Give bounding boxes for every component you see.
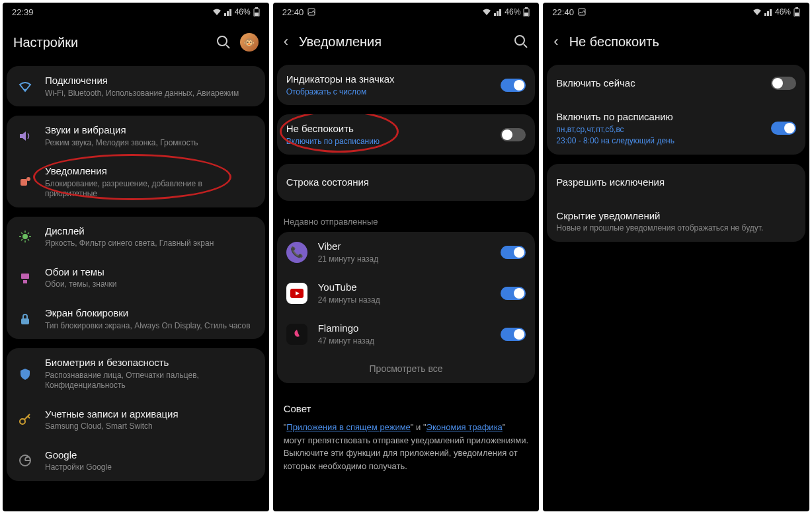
row-notifications[interactable]: УведомленияБлокирование, разрешение, доб… [7,157,265,207]
row-sub: Тип блокировки экрана, Always On Display… [45,321,256,332]
google-icon [18,453,32,468]
row-sub: Блокирование, разрешение, добавление в п… [45,179,256,200]
notif-icon [18,175,32,190]
row-title: Не беспокоить [286,122,491,135]
row-title: Подключения [45,74,256,87]
signal-icon [224,8,232,16]
row-google[interactable]: GoogleНастройки Google [7,441,265,481]
battery-text: 46% [505,7,520,17]
search-icon[interactable] [514,34,528,49]
row-title: Уведомления [45,165,256,178]
row-connections[interactable]: ПодключенияWi-Fi, Bluetooth, Использован… [7,66,265,106]
svg-point-7 [26,177,30,181]
row-exceptions[interactable]: Разрешить исключения [547,164,805,201]
search-icon[interactable] [216,35,231,50]
row-badges[interactable]: Индикаторы на значкахОтображать с числом [277,65,536,105]
wifi-icon [18,79,32,94]
row-sub-time: 23:00 - 8:00 на следующий день [556,136,760,147]
row-sound[interactable]: Звуки и вибрацияРежим звука, Мелодия зво… [7,116,265,156]
tip-link-datasaver[interactable]: Экономия трафика [426,422,503,432]
row-dnd[interactable]: Не беспокоитьВключить по расписанию [277,114,536,155]
row-title: Включить по расписанию [556,110,760,124]
clock: 22:40 [552,7,574,17]
svg-rect-34 [795,13,799,16]
svg-point-20 [20,419,25,424]
battery-icon [793,7,800,17]
row-sub: Режим звука, Мелодия звонка, Громкость [45,138,256,149]
row-display[interactable]: ДисплейЯркость, Фильтр синего света, Гла… [7,217,265,257]
toggle-dnd[interactable] [501,128,526,141]
back-button[interactable]: ‹ [284,33,288,50]
toggle-badges[interactable] [501,79,526,92]
status-bar: 22:40 46% [543,3,809,21]
row-statusbar[interactable]: Строка состояния [277,164,536,201]
group-badges: Индикаторы на значкахОтображать с числом [277,65,536,105]
row-sub: Обои, темы, значки [45,279,256,290]
svg-line-15 [21,239,22,240]
group-enable: Включить сейчас Включить по расписанию п… [547,65,805,155]
svg-rect-17 [21,274,29,279]
status-icons: 46% [212,7,260,17]
row-enable-schedule[interactable]: Включить по расписанию пн,вт,ср,чт,пт,сб… [547,102,805,155]
svg-line-22 [28,416,30,418]
svg-point-5 [24,89,26,91]
page-title: Не беспокоить [569,34,659,50]
recent-label: Недавно отправленные [273,210,540,232]
row-accounts[interactable]: Учетные записи и архивацияSamsung Cloud,… [7,400,265,440]
svg-point-28 [515,36,524,45]
row-enable-now[interactable]: Включить сейчас [547,65,805,102]
svg-rect-27 [524,13,528,16]
viber-icon: 📞 [286,242,307,263]
toggle-app[interactable] [501,287,526,300]
row-wallpaper[interactable]: Обои и темыОбои, темы, значки [7,258,265,298]
back-button[interactable]: ‹ [553,33,558,50]
svg-rect-6 [20,179,27,186]
wifi-icon [212,8,222,16]
flamingo-icon [286,324,307,345]
row-title: Разрешить исключения [556,176,796,189]
row-title: Строка состояния [286,176,526,189]
avatar[interactable]: 🐵 [240,33,259,52]
tip-body: "Приложения в спящем режиме" и "Экономия… [284,421,529,472]
group-connections: ПодключенияWi-Fi, Bluetooth, Использован… [7,66,265,106]
screen-settings: 22:39 46% Настройки 🐵 ПодключенияWi-Fi, … [3,3,269,511]
row-sub: Samsung Cloud, Smart Switch [45,422,256,432]
row-app-flamingo[interactable]: Flamingo47 минут назад [277,314,536,354]
status-icons: 46% [482,7,530,17]
group-dnd: Не беспокоитьВключить по расписанию [277,114,536,155]
tip-link-sleeping[interactable]: Приложения в спящем режиме [286,422,411,432]
image-icon [307,8,315,16]
row-title: Учетные записи и архивация [45,408,256,421]
row-sub-days: пн,вт,ср,чт,пт,сб,вс [556,125,760,135]
toggle-app[interactable] [501,246,526,259]
battery-icon [523,7,530,17]
row-title: Индикаторы на значках [286,73,491,86]
row-title: Обои и темы [45,266,256,279]
row-title: Скрытие уведомлений [556,209,796,223]
row-biometric[interactable]: Биометрия и безопасностьРаспознавание ли… [7,348,265,399]
row-app-youtube[interactable]: YouTube24 минуты назад [277,273,536,313]
view-all-button[interactable]: Просмотреть все [277,354,536,383]
toggle-app[interactable] [501,328,526,341]
row-sub: Отображать с числом [286,87,491,98]
image-icon [578,8,586,16]
group-options: Разрешить исключения Скрытие уведомлений… [547,164,805,242]
row-hide[interactable]: Скрытие уведомленийНовые и прошлые уведо… [547,202,805,242]
tip-section: Совет "Приложения в спящем режиме" и "Эк… [273,392,540,483]
toggle-now[interactable] [771,77,796,90]
row-app-viber[interactable]: 📞 Viber21 минуту назад [277,232,536,272]
status-bar: 22:39 46% [3,3,269,21]
group-sound-notif: Звуки и вибрацияРежим звука, Мелодия зво… [7,116,265,207]
toggle-schedule[interactable] [771,122,796,135]
row-lockscreen[interactable]: Экран блокировкиТип блокировки экрана, A… [7,299,265,339]
clock: 22:40 [282,7,304,17]
battery-icon [253,7,260,17]
row-sub: Яркость, Фильтр синего света, Главный эк… [45,239,256,249]
group-recent-apps: 📞 Viber21 минуту назад YouTube24 минуты … [277,232,536,383]
svg-rect-26 [525,7,528,9]
row-sub: Распознавание лица, Отпечатки пальцев, К… [45,371,256,391]
sound-icon [18,129,32,143]
row-sub: Включить по расписанию [286,137,491,147]
battery-text: 46% [235,7,251,17]
wifi-icon [482,8,491,16]
